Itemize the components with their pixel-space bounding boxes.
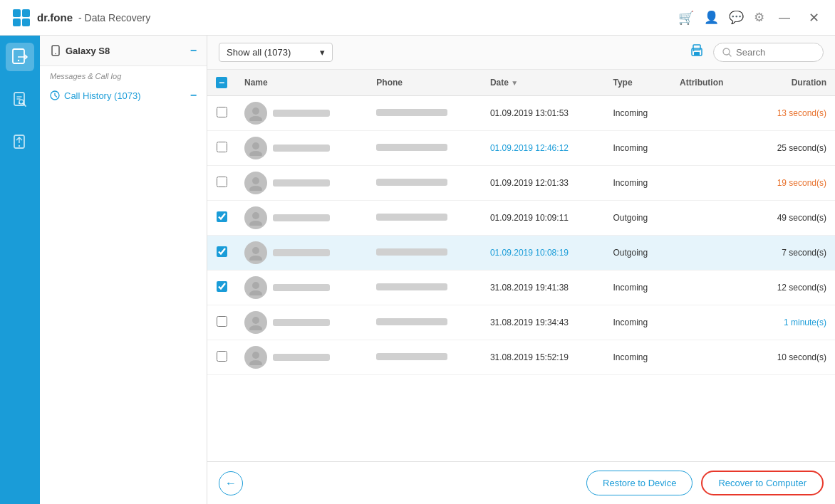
row-date-cell: 01.09.2019 13:01:53 [482, 96, 605, 131]
search-input[interactable] [736, 47, 814, 58]
svg-point-24 [249, 116, 262, 121]
search-box[interactable] [713, 43, 824, 62]
chat-icon[interactable]: 💬 [729, 10, 744, 25]
name-blur [273, 145, 330, 152]
row-name-cell [236, 201, 368, 236]
name-blur [273, 319, 330, 326]
avatar [244, 276, 267, 299]
header-checkbox-cell[interactable]: − [207, 70, 236, 96]
toolbar-right [689, 43, 824, 62]
row-type-cell: Outgoing [604, 201, 671, 236]
row-checkbox[interactable] [217, 177, 227, 187]
recover-to-computer-button[interactable]: Recover to Computer [701, 471, 824, 495]
avatar [244, 172, 267, 194]
svg-point-26 [249, 151, 262, 156]
svg-point-10 [19, 100, 24, 104]
row-checkbox[interactable] [217, 107, 227, 117]
table-header-row: − Name Phone Date ▼ Type Attribution Dur… [207, 70, 835, 96]
row-checkbox[interactable] [217, 281, 227, 292]
row-date: 01.09.2019 12:01:33 [490, 178, 569, 188]
name-blur [273, 214, 330, 221]
row-checkbox-cell[interactable] [207, 131, 236, 166]
search-icon [722, 48, 732, 57]
row-checkbox-cell[interactable] [207, 96, 236, 131]
row-date: 01.09.2019 10:09:11 [490, 213, 569, 223]
call-history-item[interactable]: Call History (1073) − [40, 83, 207, 107]
col-attribution: Attribution [671, 70, 750, 96]
header-select-all[interactable]: − [216, 77, 227, 88]
row-name-cell [236, 166, 368, 201]
name-blur [273, 110, 330, 117]
svg-line-22 [729, 54, 731, 56]
device-recovery-icon [11, 48, 29, 66]
call-history-collapse[interactable]: − [190, 89, 197, 102]
device-collapse-button[interactable]: − [190, 44, 197, 57]
row-attribution-cell [671, 201, 750, 236]
row-checkbox[interactable] [217, 211, 227, 222]
row-attribution-cell [671, 271, 750, 305]
row-duration-cell: 1 minute(s) [750, 305, 835, 340]
name-blur [273, 284, 330, 291]
svg-point-12 [19, 145, 20, 147]
avatar [244, 311, 267, 334]
svg-point-34 [249, 290, 262, 295]
phone-blur [376, 144, 447, 151]
row-attribution-cell [671, 340, 750, 375]
cart-icon[interactable]: 🛒 [678, 10, 694, 26]
sidebar-item-backup[interactable] [6, 128, 34, 157]
title-bar: + dr.fone - Data Recovery 🛒 👤 💬 ⚙ — ✕ [0, 0, 835, 36]
svg-point-20 [693, 50, 695, 51]
phone-blur [376, 248, 447, 256]
row-checkbox-cell[interactable] [207, 201, 236, 236]
filter-dropdown[interactable]: Show all (1073) ▾ [219, 43, 333, 62]
settings-icon[interactable]: ⚙ [754, 10, 764, 25]
app-name: dr.fone [37, 11, 73, 23]
back-button[interactable]: ← [219, 471, 243, 495]
row-date-cell: 31.08.2019 19:34:43 [482, 305, 605, 340]
row-checkbox-cell[interactable] [207, 271, 236, 305]
minimize-button[interactable]: — [774, 10, 794, 26]
date-sort-icon: ▼ [511, 79, 518, 87]
device-icon [50, 45, 61, 56]
row-phone-cell [368, 131, 482, 166]
row-date-cell: 31.08.2019 19:41:38 [482, 271, 605, 305]
row-checkbox[interactable] [217, 316, 227, 327]
row-duration: 12 second(s) [777, 283, 826, 293]
row-checkbox[interactable] [217, 246, 227, 257]
name-blur [273, 249, 330, 256]
restore-to-device-button[interactable]: Restore to Device [586, 471, 693, 495]
row-checkbox-cell[interactable] [207, 166, 236, 201]
device-name: Galaxy S8 [50, 45, 110, 56]
logo-icon: + [11, 8, 31, 28]
row-checkbox-cell[interactable] [207, 340, 236, 375]
table-row: 31.08.2019 15:52:19Incoming10 second(s) [207, 340, 835, 375]
row-date-cell: 01.09.2019 10:08:19 [482, 236, 605, 271]
table-row: 01.09.2019 10:08:19Outgoing7 second(s) [207, 236, 835, 271]
row-checkbox-cell[interactable] [207, 305, 236, 340]
clock-icon [50, 90, 60, 100]
print-button[interactable] [689, 43, 705, 62]
row-duration: 10 second(s) [777, 352, 826, 362]
profile-icon[interactable]: 👤 [704, 10, 719, 25]
row-attribution-cell [671, 166, 750, 201]
row-phone-cell [368, 96, 482, 131]
svg-point-36 [249, 325, 262, 330]
row-name-cell [236, 131, 368, 166]
row-duration-cell: 10 second(s) [750, 340, 835, 375]
row-checkbox[interactable] [217, 142, 227, 152]
footer-buttons: Restore to Device Recover to Computer [586, 471, 824, 495]
sidebar-item-device-recovery[interactable] [6, 43, 34, 71]
phone-blur [376, 318, 447, 325]
row-checkbox[interactable] [217, 351, 227, 362]
row-checkbox-cell[interactable] [207, 236, 236, 271]
title-bar-left: + dr.fone - Data Recovery [11, 8, 150, 28]
sidebar-item-repair[interactable] [6, 85, 34, 114]
col-date[interactable]: Date ▼ [482, 70, 605, 96]
avatar [244, 102, 267, 125]
close-button[interactable]: ✕ [804, 9, 824, 27]
phone-blur [376, 109, 447, 116]
row-duration-cell: 49 second(s) [750, 201, 835, 236]
svg-point-33 [252, 282, 259, 289]
row-type-cell: Incoming [604, 340, 671, 375]
svg-point-23 [252, 107, 259, 115]
